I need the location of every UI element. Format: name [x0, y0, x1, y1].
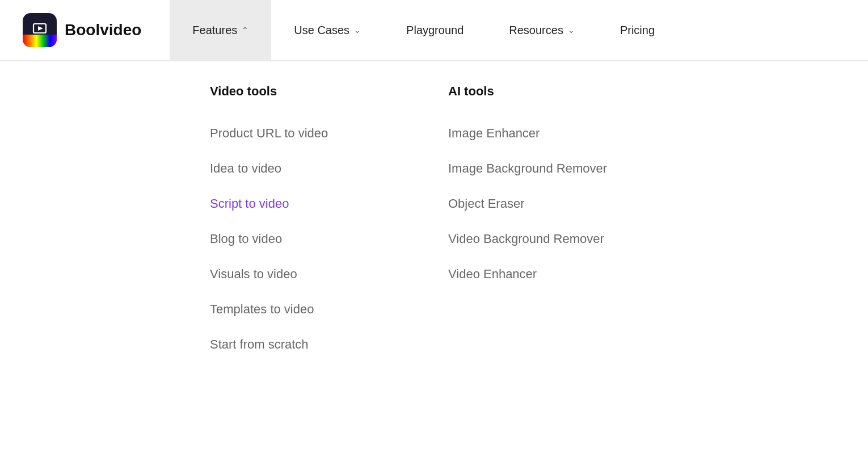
nav-features[interactable]: Features ⌃: [170, 0, 271, 60]
nav-resources-label: Resources: [509, 24, 563, 37]
link-script-to-video[interactable]: Script to video: [210, 186, 448, 221]
logo[interactable]: Boolvideo: [23, 13, 141, 47]
chevron-up-icon: ⌃: [242, 26, 248, 35]
link-start-from-scratch[interactable]: Start from scratch: [210, 327, 448, 362]
navbar: Boolvideo Features ⌃ Use Cases ⌄ Playgro…: [0, 0, 868, 61]
ai-tools-column: AI tools Image Enhancer Image Background…: [448, 84, 686, 362]
link-templates-to-video[interactable]: Templates to video: [210, 292, 448, 327]
link-visuals-to-video[interactable]: Visuals to video: [210, 257, 448, 292]
link-product-url-to-video[interactable]: Product URL to video: [210, 116, 448, 151]
link-video-enhancer[interactable]: Video Enhancer: [448, 257, 686, 292]
link-object-eraser[interactable]: Object Eraser: [448, 186, 686, 221]
nav-resources[interactable]: Resources ⌄: [486, 0, 597, 60]
chevron-down-icon: ⌄: [354, 26, 361, 35]
nav-pricing[interactable]: Pricing: [597, 0, 677, 60]
ai-tools-title: AI tools: [448, 84, 686, 99]
link-idea-to-video[interactable]: Idea to video: [210, 151, 448, 186]
link-blog-to-video[interactable]: Blog to video: [210, 221, 448, 257]
nav-use-cases[interactable]: Use Cases ⌄: [271, 0, 384, 60]
nav-use-cases-label: Use Cases: [294, 24, 349, 37]
link-image-enhancer[interactable]: Image Enhancer: [448, 116, 686, 151]
svg-marker-1: [38, 26, 43, 31]
chevron-down-icon-2: ⌄: [568, 26, 575, 35]
logo-icon: [23, 13, 57, 47]
video-tools-column: Video tools Product URL to video Idea to…: [210, 84, 448, 362]
brand-name: Boolvideo: [65, 21, 141, 39]
nav-playground[interactable]: Playground: [384, 0, 486, 60]
nav-items: Features ⌃ Use Cases ⌄ Playground Resour…: [170, 0, 677, 60]
video-tools-title: Video tools: [210, 84, 448, 99]
nav-playground-label: Playground: [406, 24, 464, 37]
nav-features-label: Features: [192, 24, 237, 37]
link-video-background-remover[interactable]: Video Background Remover: [448, 221, 686, 257]
link-image-background-remover[interactable]: Image Background Remover: [448, 151, 686, 186]
dropdown-panel: Video tools Product URL to video Idea to…: [0, 61, 868, 396]
nav-pricing-label: Pricing: [620, 24, 655, 37]
